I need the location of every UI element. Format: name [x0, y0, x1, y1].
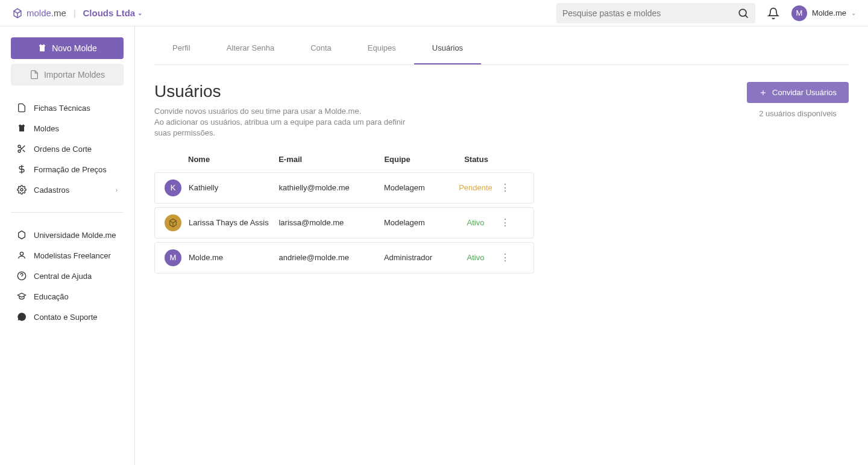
sidebar-item-label: Moldes [34, 124, 59, 133]
sidebar-item-label: Ordens de Corte [34, 145, 92, 154]
tab-equipes[interactable]: Equipes [350, 33, 414, 64]
table-row[interactable]: Larissa Thays de Assis larissa@molde.me … [154, 207, 534, 239]
chevron-down-icon: ⌄ [137, 10, 142, 16]
dollar-icon [17, 164, 27, 174]
main-content: Perfil Alterar Senha Conta Equipes Usuár… [135, 27, 868, 465]
svg-point-12 [20, 252, 23, 255]
scissors-icon [17, 144, 27, 154]
new-mold-button[interactable]: Novo Molde [11, 37, 124, 59]
tabs: Perfil Alterar Senha Conta Equipes Usuár… [154, 33, 849, 65]
avatar: M [165, 249, 181, 266]
cell-email: kathielly@molde.me [278, 183, 383, 192]
import-molds-button[interactable]: Importar Moldes [11, 64, 124, 86]
sidebar-item-ajuda[interactable]: Central de Ajuda [11, 266, 124, 286]
cell-name: Larissa Thays de Assis [189, 218, 278, 227]
search-icon [737, 7, 749, 19]
logo-text: molde.me [27, 8, 66, 18]
avatar: K [165, 179, 181, 196]
chevron-down-icon: ⌄ [851, 10, 856, 16]
svg-point-4 [18, 145, 20, 148]
sidebar-item-label: Fichas Técnicas [34, 104, 90, 113]
sidebar-item-precos[interactable]: Formação de Preços [11, 159, 124, 179]
row-menu-button[interactable]: ⋮ [500, 217, 511, 228]
cell-email: andriele@molde.me [278, 253, 383, 262]
nav-primary: Fichas Técnicas Moldes Ordens de Corte F… [11, 98, 124, 200]
sidebar-item-label: Cadastros [34, 186, 69, 195]
cell-team: Administrador [384, 253, 451, 262]
page-header: Usuários Convide novos usuários do seu t… [154, 82, 849, 139]
sidebar-item-contato[interactable]: Contato e Suporte [11, 307, 124, 327]
logo[interactable]: molde.me [12, 8, 66, 19]
col-status: Status [452, 155, 500, 164]
user-name: Molde.me [812, 8, 846, 17]
cell-team: Modelagem [384, 218, 451, 227]
sidebar-item-fichas[interactable]: Fichas Técnicas [11, 98, 124, 118]
page-description: Convide novos usuários do seu time para … [154, 106, 407, 139]
sidebar-item-cadastros[interactable]: Cadastros › [11, 179, 124, 200]
svg-point-5 [18, 150, 20, 152]
sidebar-item-ordens[interactable]: Ordens de Corte [11, 139, 124, 159]
cell-status: Ativo [451, 218, 500, 227]
tab-usuarios[interactable]: Usuários [414, 33, 481, 64]
svg-point-10 [20, 189, 23, 191]
user-menu[interactable]: M Molde.me ⌄ [791, 5, 856, 21]
tab-conta[interactable]: Conta [292, 33, 350, 64]
cell-email: larissa@molde.me [278, 218, 383, 227]
shirt-icon [17, 123, 27, 133]
cell-name: Kathielly [189, 183, 278, 192]
users-available: 2 usuários disponíveis [747, 109, 849, 118]
nav-secondary: Universidade Molde.me Modelistas Freelan… [11, 225, 124, 327]
gear-icon [17, 185, 27, 195]
col-name: Nome [188, 155, 278, 164]
sidebar: Novo Molde Importar Moldes Fichas Técnic… [0, 27, 135, 465]
sidebar-item-label: Formação de Preços [34, 165, 107, 174]
table-row[interactable]: M Molde.me andriele@molde.me Administrad… [154, 242, 534, 273]
plus-icon [759, 89, 767, 97]
sidebar-item-label: Educação [34, 292, 69, 301]
sidebar-item-label: Universidade Molde.me [34, 231, 116, 240]
svg-line-3 [745, 15, 747, 17]
avatar: M [791, 5, 807, 21]
sidebar-item-label: Contato e Suporte [34, 313, 98, 322]
svg-line-7 [23, 150, 25, 152]
cell-status: Pendente [451, 183, 500, 192]
row-menu-button[interactable]: ⋮ [500, 252, 511, 263]
graduation-icon [17, 292, 27, 301]
tab-perfil[interactable]: Perfil [154, 33, 209, 64]
notifications-button[interactable] [767, 7, 779, 19]
sidebar-item-freelancer[interactable]: Modelistas Freelancer [11, 245, 124, 266]
cell-status: Ativo [451, 253, 500, 262]
users-icon [17, 251, 27, 260]
sidebar-item-moldes[interactable]: Moldes [11, 118, 124, 139]
sidebar-item-universidade[interactable]: Universidade Molde.me [11, 225, 124, 245]
invite-users-button[interactable]: Convidar Usuários [747, 82, 849, 103]
search-box[interactable] [556, 3, 755, 23]
chevron-right-icon: › [116, 187, 118, 193]
tab-senha[interactable]: Alterar Senha [209, 33, 293, 64]
page-title: Usuários [154, 82, 747, 101]
table-header: Nome E-mail Equipe Status [154, 146, 534, 172]
col-email: E-mail [278, 155, 384, 164]
chat-icon [17, 312, 27, 322]
bell-icon [767, 7, 779, 19]
cell-team: Modelagem [384, 183, 451, 192]
divider: | [74, 8, 76, 18]
svg-marker-11 [19, 231, 25, 239]
sidebar-item-educacao[interactable]: Educação [11, 286, 124, 307]
table-row[interactable]: K Kathielly kathielly@molde.me Modelagem… [154, 172, 534, 204]
avatar [165, 214, 181, 231]
search-input[interactable] [562, 8, 737, 18]
divider [11, 212, 124, 213]
box-icon [17, 230, 27, 240]
sidebar-item-label: Modelistas Freelancer [34, 251, 111, 260]
row-menu-button[interactable]: ⋮ [500, 182, 511, 193]
import-icon [30, 70, 39, 80]
sidebar-item-label: Central de Ajuda [34, 272, 92, 281]
document-icon [17, 103, 27, 113]
svg-line-8 [20, 147, 22, 149]
header: molde.me | Clouds Ltda ⌄ M Molde.me ⌄ [0, 0, 868, 27]
company-selector[interactable]: Clouds Ltda ⌄ [83, 8, 143, 18]
logo-icon [12, 8, 23, 19]
cell-name: Molde.me [189, 253, 278, 262]
shirt-icon [37, 43, 47, 53]
